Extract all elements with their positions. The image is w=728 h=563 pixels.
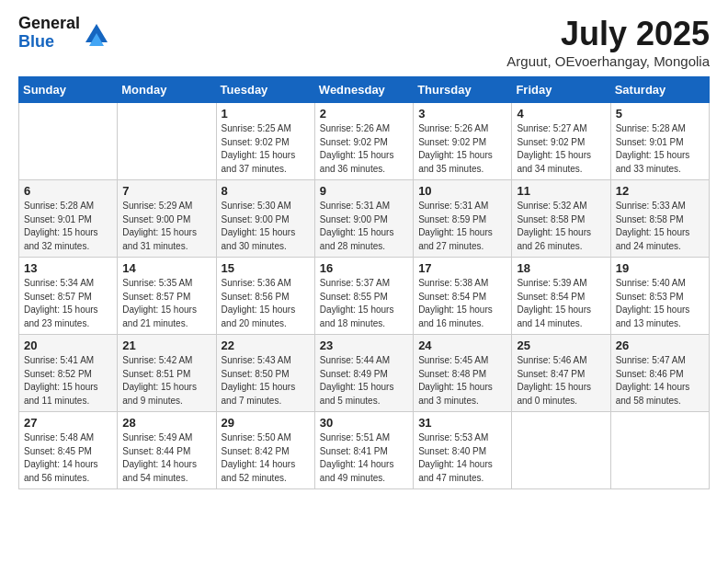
day-number: 30 — [320, 416, 408, 430]
header-thursday: Thursday — [414, 77, 512, 103]
calendar-cell: 12Sunrise: 5:33 AM Sunset: 8:58 PM Dayli… — [610, 180, 709, 258]
calendar-cell: 31Sunrise: 5:53 AM Sunset: 8:40 PM Dayli… — [414, 412, 512, 489]
day-info: Sunrise: 5:33 AM Sunset: 8:58 PM Dayligh… — [616, 200, 704, 253]
header-monday: Monday — [118, 77, 216, 103]
calendar-cell: 18Sunrise: 5:39 AM Sunset: 8:54 PM Dayli… — [512, 258, 610, 335]
day-info: Sunrise: 5:48 AM Sunset: 8:45 PM Dayligh… — [24, 431, 112, 485]
day-info: Sunrise: 5:42 AM Sunset: 8:51 PM Dayligh… — [122, 354, 210, 408]
logo-icon — [82, 20, 111, 46]
calendar-cell: 8Sunrise: 5:30 AM Sunset: 9:00 PM Daylig… — [216, 180, 314, 258]
day-number: 29 — [222, 416, 310, 430]
day-info: Sunrise: 5:44 AM Sunset: 8:49 PM Dayligh… — [320, 354, 408, 408]
calendar-cell — [19, 103, 118, 180]
month-title: July 2025 — [506, 15, 710, 53]
day-number: 10 — [418, 184, 506, 198]
day-info: Sunrise: 5:32 AM Sunset: 8:58 PM Dayligh… — [517, 200, 605, 253]
day-info: Sunrise: 5:43 AM Sunset: 8:50 PM Dayligh… — [222, 354, 310, 408]
day-number: 16 — [320, 261, 408, 275]
calendar-cell: 5Sunrise: 5:28 AM Sunset: 9:01 PM Daylig… — [610, 103, 709, 180]
calendar-cell: 24Sunrise: 5:45 AM Sunset: 8:48 PM Dayli… — [414, 335, 512, 412]
calendar-body: 1Sunrise: 5:25 AM Sunset: 9:02 PM Daylig… — [19, 103, 710, 489]
day-number: 13 — [24, 261, 112, 275]
day-number: 4 — [517, 107, 605, 121]
day-info: Sunrise: 5:45 AM Sunset: 8:48 PM Dayligh… — [418, 354, 506, 408]
day-info: Sunrise: 5:51 AM Sunset: 8:41 PM Dayligh… — [320, 431, 408, 485]
day-info: Sunrise: 5:29 AM Sunset: 9:00 PM Dayligh… — [122, 200, 210, 253]
day-info: Sunrise: 5:25 AM Sunset: 9:02 PM Dayligh… — [222, 122, 310, 176]
day-number: 1 — [222, 107, 310, 121]
page-header: General Blue July 2025 Arguut, OEvoerhan… — [18, 15, 710, 69]
calendar-table: SundayMondayTuesdayWednesdayThursdayFrid… — [18, 76, 710, 489]
day-number: 3 — [418, 107, 506, 121]
calendar-cell: 11Sunrise: 5:32 AM Sunset: 8:58 PM Dayli… — [512, 180, 610, 258]
day-number: 5 — [616, 107, 704, 121]
day-number: 14 — [122, 261, 210, 275]
day-number: 22 — [222, 339, 310, 352]
day-info: Sunrise: 5:39 AM Sunset: 8:54 PM Dayligh… — [517, 277, 605, 330]
calendar-cell — [118, 103, 216, 180]
calendar-cell: 14Sunrise: 5:35 AM Sunset: 8:57 PM Dayli… — [118, 258, 216, 335]
calendar-cell: 27Sunrise: 5:48 AM Sunset: 8:45 PM Dayli… — [19, 412, 118, 489]
title-block: July 2025 Arguut, OEvoerhangay, Mongolia — [506, 15, 710, 69]
week-row-2: 6Sunrise: 5:28 AM Sunset: 9:01 PM Daylig… — [19, 180, 710, 258]
day-number: 21 — [122, 339, 210, 352]
day-info: Sunrise: 5:46 AM Sunset: 8:47 PM Dayligh… — [517, 354, 605, 408]
day-number: 12 — [616, 184, 704, 198]
calendar-cell: 21Sunrise: 5:42 AM Sunset: 8:51 PM Dayli… — [118, 335, 216, 412]
day-number: 9 — [320, 184, 408, 198]
day-number: 27 — [24, 416, 112, 430]
calendar-cell: 20Sunrise: 5:41 AM Sunset: 8:52 PM Dayli… — [19, 335, 118, 412]
day-number: 11 — [517, 184, 605, 198]
day-number: 8 — [222, 184, 310, 198]
day-info: Sunrise: 5:31 AM Sunset: 8:59 PM Dayligh… — [418, 200, 506, 253]
logo-general: General — [18, 14, 80, 32]
calendar-cell: 26Sunrise: 5:47 AM Sunset: 8:46 PM Dayli… — [610, 335, 709, 412]
calendar-cell: 1Sunrise: 5:25 AM Sunset: 9:02 PM Daylig… — [216, 103, 314, 180]
header-sunday: Sunday — [19, 77, 118, 103]
calendar-cell: 10Sunrise: 5:31 AM Sunset: 8:59 PM Dayli… — [414, 180, 512, 258]
week-row-3: 13Sunrise: 5:34 AM Sunset: 8:57 PM Dayli… — [19, 258, 710, 335]
day-info: Sunrise: 5:35 AM Sunset: 8:57 PM Dayligh… — [122, 277, 210, 330]
calendar-cell: 3Sunrise: 5:26 AM Sunset: 9:02 PM Daylig… — [414, 103, 512, 180]
calendar-cell: 15Sunrise: 5:36 AM Sunset: 8:56 PM Dayli… — [216, 258, 314, 335]
day-number: 7 — [122, 184, 210, 198]
day-info: Sunrise: 5:47 AM Sunset: 8:46 PM Dayligh… — [616, 354, 704, 408]
header-saturday: Saturday — [610, 77, 709, 103]
week-row-5: 27Sunrise: 5:48 AM Sunset: 8:45 PM Dayli… — [19, 412, 710, 489]
calendar-cell: 9Sunrise: 5:31 AM Sunset: 9:00 PM Daylig… — [314, 180, 413, 258]
logo-blue: Blue — [18, 32, 54, 51]
calendar-header-row: SundayMondayTuesdayWednesdayThursdayFrid… — [19, 77, 710, 103]
day-info: Sunrise: 5:34 AM Sunset: 8:57 PM Dayligh… — [24, 277, 112, 330]
week-row-1: 1Sunrise: 5:25 AM Sunset: 9:02 PM Daylig… — [19, 103, 710, 180]
day-number: 28 — [122, 416, 210, 430]
day-number: 15 — [222, 261, 310, 275]
day-number: 25 — [517, 339, 605, 352]
header-tuesday: Tuesday — [216, 77, 314, 103]
calendar-cell: 25Sunrise: 5:46 AM Sunset: 8:47 PM Dayli… — [512, 335, 610, 412]
day-info: Sunrise: 5:26 AM Sunset: 9:02 PM Dayligh… — [320, 122, 408, 176]
calendar-cell: 17Sunrise: 5:38 AM Sunset: 8:54 PM Dayli… — [414, 258, 512, 335]
header-friday: Friday — [512, 77, 610, 103]
calendar-cell: 19Sunrise: 5:40 AM Sunset: 8:53 PM Dayli… — [610, 258, 709, 335]
day-info: Sunrise: 5:50 AM Sunset: 8:42 PM Dayligh… — [222, 431, 310, 485]
calendar-cell: 28Sunrise: 5:49 AM Sunset: 8:44 PM Dayli… — [118, 412, 216, 489]
day-info: Sunrise: 5:27 AM Sunset: 9:02 PM Dayligh… — [517, 122, 605, 176]
calendar-cell: 7Sunrise: 5:29 AM Sunset: 9:00 PM Daylig… — [118, 180, 216, 258]
day-number: 19 — [616, 261, 704, 275]
calendar-cell: 23Sunrise: 5:44 AM Sunset: 8:49 PM Dayli… — [314, 335, 413, 412]
day-info: Sunrise: 5:41 AM Sunset: 8:52 PM Dayligh… — [24, 354, 112, 408]
day-info: Sunrise: 5:30 AM Sunset: 9:00 PM Dayligh… — [222, 200, 310, 253]
calendar-cell: 29Sunrise: 5:50 AM Sunset: 8:42 PM Dayli… — [216, 412, 314, 489]
calendar-cell — [512, 412, 610, 489]
day-info: Sunrise: 5:31 AM Sunset: 9:00 PM Dayligh… — [320, 200, 408, 253]
calendar-cell: 4Sunrise: 5:27 AM Sunset: 9:02 PM Daylig… — [512, 103, 610, 180]
logo: General Blue — [18, 15, 111, 52]
day-number: 6 — [24, 184, 112, 198]
day-number: 23 — [320, 339, 408, 352]
day-info: Sunrise: 5:49 AM Sunset: 8:44 PM Dayligh… — [122, 431, 210, 485]
calendar-cell — [610, 412, 709, 489]
day-number: 2 — [320, 107, 408, 121]
location-subtitle: Arguut, OEvoerhangay, Mongolia — [506, 53, 710, 69]
day-info: Sunrise: 5:26 AM Sunset: 9:02 PM Dayligh… — [418, 122, 506, 176]
calendar-cell: 13Sunrise: 5:34 AM Sunset: 8:57 PM Dayli… — [19, 258, 118, 335]
